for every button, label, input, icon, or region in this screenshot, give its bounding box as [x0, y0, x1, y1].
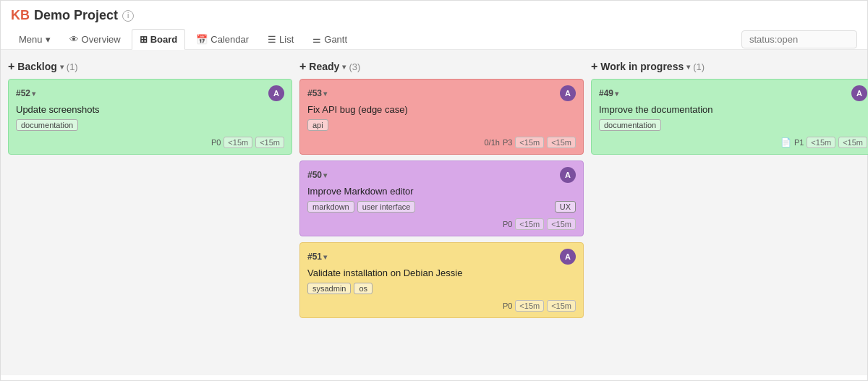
card-title: Validate installation on Debian Jessie [307, 267, 576, 278]
project-title: KB Demo Project i [11, 8, 857, 23]
time-spent: 0/1h [484, 138, 499, 147]
column-backlog: + Backlog ▾ (1) #52 ▾ A Update screensho… [8, 60, 292, 160]
priority-badge: P0 [503, 220, 512, 228]
priority-badge: P1 [794, 138, 804, 147]
col-count-wip: (1) [693, 61, 705, 72]
card-id: #53 ▾ [307, 88, 327, 98]
tags-container: documentation [599, 119, 867, 134]
col-count-ready: (3) [349, 61, 360, 72]
tag: user interface [357, 201, 416, 213]
time-badge-1: <15m [807, 137, 835, 148]
col-dropdown-backlog[interactable]: ▾ [60, 63, 64, 71]
time-badge-1: <15m [515, 300, 544, 312]
card-top-row: #49 ▾ A [599, 85, 867, 101]
nav-gantt-label: Gantt [324, 34, 347, 45]
tag: api [307, 119, 328, 131]
nav-gantt[interactable]: ⚌ Gantt [305, 29, 355, 49]
nav-menu[interactable]: Menu ▾ [11, 29, 59, 49]
tags-ux-row: markdownuser interfaceUX [307, 201, 576, 215]
priority-badge: P0 [211, 138, 221, 147]
app-container: KB Demo Project i Menu ▾ 👁 Overview ⊞ Bo… [0, 0, 868, 381]
add-card-ready[interactable]: + [299, 60, 306, 73]
col-dropdown-wip[interactable]: ▾ [686, 63, 690, 71]
info-icon[interactable]: i [122, 10, 134, 22]
card-id-dropdown[interactable]: ▾ [615, 90, 618, 98]
card-title: Improve Markdown editor [307, 186, 576, 197]
col-dropdown-ready[interactable]: ▾ [342, 63, 346, 71]
avatar: A [851, 85, 867, 101]
tag: markdown [307, 201, 354, 213]
time-badge-2: <15m [547, 137, 576, 148]
col-name-ready: Ready [309, 61, 339, 72]
column-header-ready: + Ready ▾ (3) [299, 60, 584, 73]
tags-container: sysadminos [307, 283, 576, 297]
board-icon: ⊞ [140, 34, 148, 45]
avatar: A [560, 249, 576, 265]
card-title: Fix API bug (edge case) [307, 104, 576, 115]
card-top-row: #53 ▾ A [307, 85, 576, 101]
card-id: #52 ▾ [16, 88, 35, 98]
card-50[interactable]: #50 ▾ A Improve Markdown editormarkdownu… [299, 160, 584, 236]
add-card-backlog[interactable]: + [8, 60, 14, 73]
card-footer: P0<15m<15m [307, 300, 576, 312]
card-51[interactable]: #51 ▾ A Validate installation on Debian … [299, 242, 584, 318]
avatar: A [560, 85, 576, 101]
card-id-dropdown[interactable]: ▾ [323, 253, 327, 261]
column-wip: + Work in progress ▾ (1) #49 ▾ A Improve… [591, 60, 868, 160]
project-kb: KB [11, 8, 30, 23]
list-icon: ☰ [268, 34, 276, 45]
nav-list[interactable]: ☰ List [260, 29, 302, 49]
column-header-wip: + Work in progress ▾ (1) [591, 60, 868, 73]
avatar: A [560, 167, 576, 183]
col-name-wip: Work in progress [600, 61, 684, 72]
nav-overview-label: Overview [82, 34, 121, 45]
priority-badge: P0 [503, 301, 512, 310]
time-badge-1: <15m [515, 218, 544, 230]
card-id-dropdown[interactable]: ▾ [323, 171, 327, 179]
tag: documentation [16, 119, 78, 131]
card-49[interactable]: #49 ▾ A Improve the documentationdocumen… [591, 79, 868, 155]
overview-icon: 👁 [69, 34, 79, 45]
time-badge-2: <15m [255, 137, 284, 148]
tag: sysadmin [307, 283, 351, 294]
avatar: A [268, 85, 284, 101]
card-footer: 📄P1<15m<15m [599, 137, 867, 148]
col-count-backlog: (1) [67, 61, 78, 72]
time-badge-2: <15m [547, 218, 576, 230]
card-id-dropdown[interactable]: ▾ [32, 90, 35, 98]
nav-list-label: List [279, 34, 294, 45]
card-id-dropdown[interactable]: ▾ [323, 90, 327, 98]
tag: os [354, 283, 373, 294]
card-id: #50 ▾ [307, 170, 327, 180]
nav-overview[interactable]: 👁 Overview [61, 29, 129, 49]
nav-bar: Menu ▾ 👁 Overview ⊞ Board 📅 Calendar ☰ L… [11, 29, 857, 49]
card-top-row: #51 ▾ A [307, 249, 576, 265]
nav-menu-label: Menu [19, 34, 43, 45]
card-footer: P0<15m<15m [16, 137, 284, 148]
card-footer: 0/1hP3<15m<15m [307, 137, 576, 148]
priority-badge: P3 [503, 138, 512, 147]
card-52[interactable]: #52 ▾ A Update screenshotsdocumentationP… [8, 79, 292, 155]
ux-tag: UX [555, 201, 576, 213]
column-header-backlog: + Backlog ▾ (1) [8, 60, 292, 73]
tag: documentation [599, 119, 661, 131]
file-icon: 📄 [780, 137, 791, 147]
board: + Backlog ▾ (1) #52 ▾ A Update screensho… [1, 50, 867, 375]
card-53[interactable]: #53 ▾ A Fix API bug (edge case)api0/1hP3… [299, 79, 584, 155]
card-footer: P0<15m<15m [307, 218, 576, 230]
project-name: Demo Project [34, 8, 118, 23]
search-input[interactable] [741, 30, 857, 48]
add-card-wip[interactable]: + [591, 60, 597, 73]
nav-board-label: Board [150, 34, 178, 45]
nav-calendar[interactable]: 📅 Calendar [188, 29, 257, 49]
gantt-icon: ⚌ [312, 34, 321, 45]
header: KB Demo Project i Menu ▾ 👁 Overview ⊞ Bo… [1, 1, 867, 50]
tags-container: documentation [16, 119, 284, 134]
nav-board[interactable]: ⊞ Board [132, 29, 186, 50]
time-badge-1: <15m [224, 137, 252, 148]
time-badge-2: <15m [547, 300, 576, 312]
tags-container: api [307, 119, 576, 134]
menu-dropdown-icon: ▾ [46, 34, 51, 45]
card-id: #51 ▾ [307, 252, 327, 262]
card-id: #49 ▾ [599, 88, 618, 98]
